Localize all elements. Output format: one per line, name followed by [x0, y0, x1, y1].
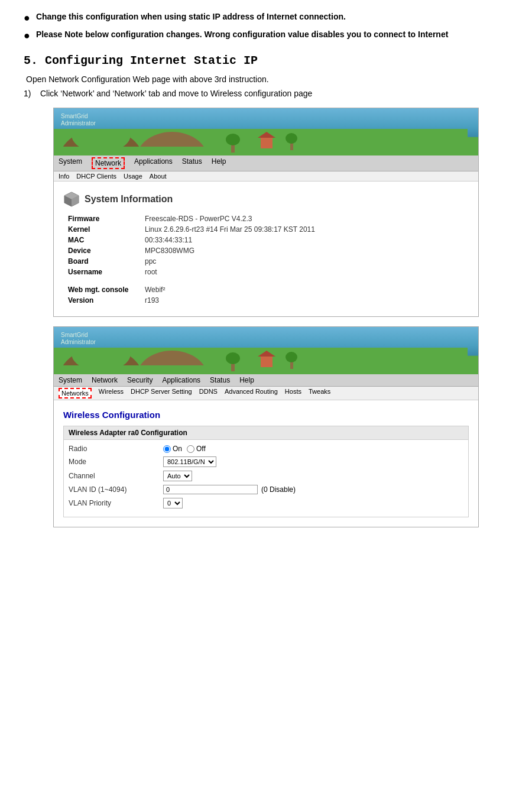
- form-row-vlanpriority: VLAN Priority 0: [69, 498, 463, 508]
- bullet-text-2: Please Note below configuration changes.…: [36, 30, 449, 39]
- sg-header-1: SmartGrid Administrator: [54, 108, 478, 155]
- info-label-version: Version: [68, 296, 145, 304]
- sg-subnav-usage[interactable]: Usage: [124, 173, 142, 180]
- info-value-board: ppc: [145, 257, 156, 265]
- sg-logo-2: SmartGrid Administrator: [61, 332, 96, 346]
- form-row-channel: Channel Auto: [69, 471, 463, 481]
- radio-off-label: Off: [196, 445, 206, 453]
- info-row-firmware: Firmware Freescale-RDS - PowerPC V4.2.3: [68, 215, 469, 223]
- radio-on-label: On: [173, 445, 182, 453]
- sg-nav-applications-2[interactable]: Applications: [162, 376, 200, 384]
- sg-logo-line2-1: Administrator: [61, 120, 96, 127]
- radio-on-input[interactable]: [163, 445, 171, 453]
- sg-nav-2: System Network Security Applications Sta…: [54, 374, 478, 387]
- svg-point-6: [226, 134, 240, 145]
- svg-rect-22: [261, 357, 273, 367]
- cube-icon: [63, 191, 80, 208]
- step-1-text: Click ‘Network’ and ‘Network’ tab and mo…: [40, 89, 312, 98]
- sg-nav-status-2[interactable]: Status: [210, 376, 230, 384]
- info-value-firmware: Freescale-RDS - PowerPC V4.2.3: [145, 215, 252, 223]
- info-label-mac: MAC: [68, 236, 145, 244]
- sg-content-1: System Information Firmware Freescale-RD…: [54, 182, 478, 316]
- step-1-num: 1): [24, 89, 35, 98]
- sg-info-table: Firmware Freescale-RDS - PowerPC V4.2.3 …: [68, 215, 469, 304]
- sg-content-2: Wireless Configuration Wireless Adapter …: [54, 400, 478, 527]
- info-label-board: Board: [68, 257, 145, 265]
- sg-nav-security-2[interactable]: Security: [127, 376, 153, 384]
- wireless-config-title: Wireless Configuration: [63, 410, 469, 420]
- info-row-username: Username root: [68, 268, 469, 276]
- vlanid-control: (0 Disable): [163, 485, 296, 494]
- landscape-svg-1: [54, 129, 468, 155]
- form-label-vlanpriority: VLAN Priority: [69, 499, 163, 507]
- info-label-device: Device: [68, 247, 145, 255]
- sg-subnav-networks[interactable]: Networks: [59, 388, 92, 398]
- sg-subnav-wireless[interactable]: Wireless: [99, 388, 124, 398]
- radio-off[interactable]: Off: [187, 445, 206, 453]
- sg-subnav-hosts[interactable]: Hosts: [285, 388, 301, 398]
- sg-form-table: Radio On Off Mode: [64, 440, 468, 517]
- section-title: 5. Configuring Internet Static IP: [24, 54, 258, 67]
- screenshot-1: SmartGrid Administrator System Network A…: [53, 108, 479, 317]
- instruction-text: Open Network Configuration Web page with…: [26, 74, 508, 84]
- step-1: 1) Click ‘Network’ and ‘Network’ tab and…: [24, 89, 508, 98]
- info-value-kernel: Linux 2.6.29.6-rt23 #14 Fri Mar 25 09:38…: [145, 225, 315, 234]
- svg-point-21: [226, 352, 240, 364]
- bullet-dot-1: ●: [24, 12, 30, 25]
- sys-info-title-text: System Information: [85, 194, 173, 205]
- sg-subnav-2: Networks Wireless DHCP Server Setting DD…: [54, 387, 478, 400]
- info-value-version: r193: [145, 296, 159, 304]
- radio-on[interactable]: On: [163, 445, 182, 453]
- bullet-item-1: ● Change this configuration when using s…: [24, 12, 508, 25]
- sg-nav-system-2[interactable]: System: [59, 376, 82, 384]
- bullet-section: ● Change this configuration when using s…: [24, 12, 508, 42]
- sg-nav-network-2[interactable]: Network: [92, 376, 118, 384]
- radio-group-radio: On Off: [163, 445, 206, 453]
- vlanid-input[interactable]: [163, 485, 258, 494]
- form-label-radio: Radio: [69, 445, 163, 453]
- info-value-username: root: [145, 268, 157, 276]
- info-row-device: Device MPC8308WMG: [68, 247, 469, 255]
- sg-subnav-1: Info DHCP Clients Usage About: [54, 171, 478, 182]
- sg-subnav-ddns[interactable]: DDNS: [199, 388, 218, 398]
- channel-select[interactable]: Auto: [163, 471, 192, 481]
- sg-subnav-dhcp[interactable]: DHCP Clients: [76, 173, 116, 180]
- bullet-text-1: Change this configuration when using sta…: [36, 12, 346, 21]
- sg-adapter-title: Wireless Adapter ra0 Configuration: [64, 426, 468, 440]
- screenshot-2: SmartGrid Administrator System Network S…: [53, 326, 479, 527]
- sg-subnav-adv-routing[interactable]: Advanced Routing: [225, 388, 278, 398]
- sg-header-2: SmartGrid Administrator: [54, 327, 478, 374]
- sg-nav-applications-1[interactable]: Applications: [134, 157, 173, 169]
- mode-select[interactable]: 802.11B/G/N: [163, 456, 216, 467]
- form-row-mode: Mode 802.11B/G/N: [69, 456, 463, 467]
- info-label-webmgt: Web mgt. console: [68, 286, 145, 294]
- sg-nav-status-1[interactable]: Status: [182, 157, 202, 169]
- section-title-text: Configuring Internet Static IP: [45, 54, 258, 67]
- bullet-dot-2: ●: [24, 30, 30, 43]
- sg-subnav-dhcp-server[interactable]: DHCP Server Setting: [131, 388, 192, 398]
- sg-subnav-about[interactable]: About: [150, 173, 167, 180]
- vlanid-note: (0 Disable): [261, 485, 296, 494]
- vlanpriority-select[interactable]: 0: [163, 498, 183, 508]
- sg-nav-help-2[interactable]: Help: [239, 376, 254, 384]
- radio-off-input[interactable]: [187, 445, 194, 453]
- info-value-device: MPC8308WMG: [145, 247, 194, 255]
- sg-subnav-info[interactable]: Info: [59, 173, 69, 180]
- sg-nav-help-1[interactable]: Help: [212, 157, 226, 169]
- section-number: 5.: [24, 54, 38, 67]
- sg-subnav-tweaks[interactable]: Tweaks: [309, 388, 330, 398]
- sg-logo-line1-2: SmartGrid: [61, 332, 96, 339]
- info-label-kernel: Kernel: [68, 225, 145, 234]
- sg-logo-line2-2: Administrator: [61, 339, 96, 346]
- info-row-board: Board ppc: [68, 257, 469, 265]
- info-value-webmgt: Webif²: [145, 286, 165, 294]
- sg-logo-line1-1: SmartGrid: [61, 113, 96, 120]
- svg-point-25: [286, 352, 297, 362]
- sg-nav-1: System Network Applications Status Help: [54, 155, 478, 171]
- info-row-version: Version r193: [68, 296, 469, 304]
- sg-nav-system-1[interactable]: System: [59, 157, 82, 169]
- svg-rect-7: [261, 138, 273, 148]
- sg-nav-network-1[interactable]: Network: [92, 157, 125, 169]
- info-label-username: Username: [68, 268, 145, 276]
- sg-adapter-box: Wireless Adapter ra0 Configuration Radio…: [63, 426, 469, 517]
